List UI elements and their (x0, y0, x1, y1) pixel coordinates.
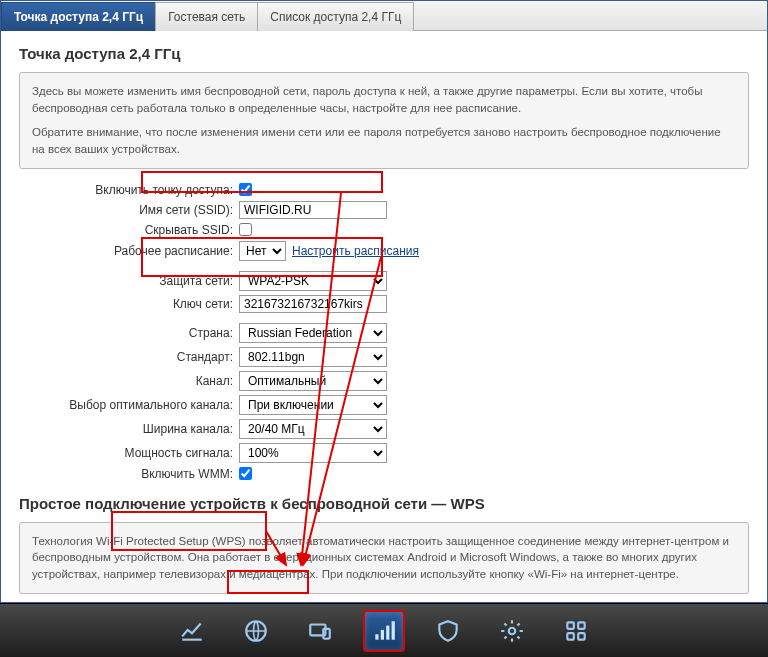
select-security[interactable]: WPA2-PSK (239, 271, 387, 291)
select-power[interactable]: 100% (239, 443, 387, 463)
label-wmm: Включить WMM: (19, 467, 239, 481)
section-ap-title: Точка доступа 2,4 ГГц (19, 45, 749, 62)
info-ap-p2: Обратите внимание, что после изменения и… (32, 124, 736, 157)
input-ssid[interactable] (239, 201, 387, 219)
svg-rect-8 (386, 625, 389, 639)
label-enable-ap: Включить точку доступа: (19, 183, 239, 197)
dock-apps-icon[interactable] (555, 610, 597, 652)
select-width[interactable]: 20/40 МГц (239, 419, 387, 439)
label-standard: Стандарт: (19, 350, 239, 364)
dock-monitor-icon[interactable] (171, 610, 213, 652)
checkbox-wmm[interactable] (239, 467, 252, 480)
svg-rect-6 (375, 634, 378, 639)
checkbox-enable-ap[interactable] (239, 183, 252, 196)
dock-devices-icon[interactable] (299, 610, 341, 652)
label-width: Ширина канала: (19, 422, 239, 436)
dock-gear-icon[interactable] (491, 610, 533, 652)
info-ap: Здесь вы можете изменить имя беспроводно… (19, 72, 749, 169)
select-auto-channel[interactable]: При включении (239, 395, 387, 415)
svg-rect-14 (578, 633, 585, 640)
tab-access-list[interactable]: Список доступа 2,4 ГГц (257, 2, 414, 31)
info-ap-p1: Здесь вы можете изменить имя беспроводно… (32, 83, 736, 116)
svg-rect-7 (381, 629, 384, 639)
svg-point-10 (509, 627, 516, 634)
bottom-dock (0, 603, 768, 657)
label-power: Мощность сигнала: (19, 446, 239, 460)
info-wps: Технология Wi-Fi Protected Setup (WPS) п… (19, 522, 749, 594)
label-country: Страна: (19, 326, 239, 340)
select-country[interactable]: Russian Federation (239, 323, 387, 343)
page-body: Точка доступа 2,4 ГГц Здесь вы можете из… (1, 31, 767, 603)
select-schedule[interactable]: Нет (239, 241, 286, 261)
svg-rect-12 (578, 622, 585, 629)
info-wps-p: Технология Wi-Fi Protected Setup (WPS) п… (32, 533, 736, 583)
label-auto-channel: Выбор оптимального канала: (19, 398, 239, 412)
section-wps-title: Простое подключение устройств к беспрово… (19, 495, 749, 512)
label-channel: Канал: (19, 374, 239, 388)
svg-rect-13 (567, 633, 574, 640)
tabbar: Точка доступа 2,4 ГГц Гостевая сеть Спис… (1, 1, 767, 31)
label-ssid: Имя сети (SSID): (19, 203, 239, 217)
label-key: Ключ сети: (19, 297, 239, 311)
label-schedule: Рабочее расписание: (19, 244, 239, 258)
input-key[interactable] (239, 295, 387, 313)
svg-rect-9 (392, 621, 395, 639)
dock-globe-icon[interactable] (235, 610, 277, 652)
label-security: Защита сети: (19, 274, 239, 288)
dock-wifi-icon[interactable] (363, 610, 405, 652)
checkbox-hide-ssid[interactable] (239, 223, 252, 236)
svg-rect-11 (567, 622, 574, 629)
select-channel[interactable]: Оптимальный (239, 371, 387, 391)
link-configure-schedule[interactable]: Настроить расписания (292, 244, 419, 258)
label-hide-ssid: Скрывать SSID: (19, 223, 239, 237)
tab-guest[interactable]: Гостевая сеть (155, 2, 258, 31)
select-standard[interactable]: 802.11bgn (239, 347, 387, 367)
tab-ap-24[interactable]: Точка доступа 2,4 ГГц (1, 2, 156, 31)
dock-shield-icon[interactable] (427, 610, 469, 652)
